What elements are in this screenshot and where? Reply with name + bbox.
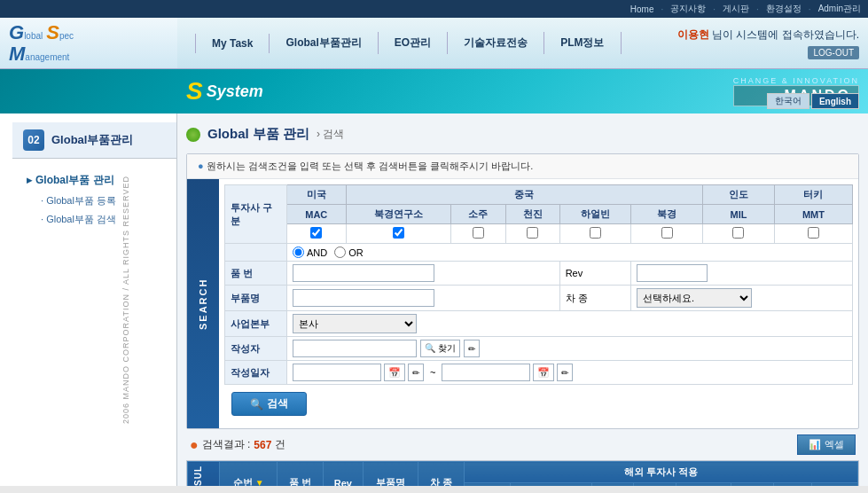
- date-cell: 📅 ✏ ~ 📅 ✏: [287, 361, 853, 385]
- result-label-col: RESUL: [188, 462, 220, 487]
- result-beijing-header: 북경: [731, 483, 774, 487]
- result-tianjin-header: 천진: [634, 483, 676, 487]
- home-link[interactable]: Home: [630, 4, 654, 14]
- mac-checkbox[interactable]: [310, 227, 322, 239]
- sidebar-item-register[interactable]: Global부품 등록: [20, 192, 169, 210]
- suzhou-checkbox[interactable]: [473, 227, 484, 239]
- date-to-clear-btn[interactable]: ✏: [557, 364, 573, 381]
- mmt-checkbox-cell: [774, 224, 852, 244]
- search-button[interactable]: 🔍 검색: [231, 392, 307, 416]
- part-num-cell: [287, 262, 560, 286]
- harbin-checkbox[interactable]: [590, 227, 601, 239]
- author-cell: 🔍 찾기 ✏: [287, 337, 853, 361]
- logout-button[interactable]: LOG-OUT: [808, 46, 859, 59]
- rev-input[interactable]: [637, 264, 708, 282]
- car-type-label: 차 종: [559, 286, 630, 311]
- date-to-calendar-btn[interactable]: 📅: [533, 364, 554, 381]
- admin-link[interactable]: Admin관리: [818, 3, 861, 15]
- partname-header: 부품명: [363, 462, 418, 487]
- usa-header: 미국: [287, 185, 347, 205]
- search-body: SEARCH 투자사 구분 미국 중국 인도 터키 MAC: [187, 179, 858, 428]
- sidebar-module: 02 Global부품관리: [12, 122, 176, 159]
- nav-plm[interactable]: PLM정보: [544, 32, 621, 54]
- date-from-clear-btn[interactable]: ✏: [408, 364, 424, 381]
- module-title[interactable]: Global부품관리: [51, 132, 133, 148]
- result-beijing-lab-header: 북경연구소: [510, 483, 591, 487]
- page-icon: [186, 128, 200, 142]
- suzhou-checkbox-cell: [451, 224, 505, 244]
- nav-global-parts[interactable]: Global부품관리: [270, 32, 378, 54]
- search-icon: 🔍: [425, 343, 435, 353]
- part-num-label: 품 번: [225, 262, 287, 286]
- english-lang-btn[interactable]: English: [811, 93, 859, 109]
- rev-label: Rev: [559, 262, 630, 286]
- result-mmt-header: MMT: [812, 483, 858, 487]
- cartype-header: 차 종: [418, 462, 465, 487]
- lang-switch: 한국어 English: [767, 93, 859, 109]
- harbin-header: 하얼빈: [559, 205, 630, 224]
- author-find-btn[interactable]: 🔍 찾기: [420, 340, 460, 357]
- date-from-calendar-btn[interactable]: 📅: [384, 364, 405, 381]
- seq-header[interactable]: 순번 ▼: [220, 462, 278, 487]
- nav-menu: My Task Global부품관리 EO관리 기술자료전송 PLM정보: [177, 18, 677, 68]
- excel-button[interactable]: 📊 엑셀: [797, 434, 856, 455]
- date-to-input[interactable]: [442, 364, 530, 381]
- author-input[interactable]: [293, 340, 417, 357]
- nav-eo[interactable]: EO관리: [379, 32, 448, 54]
- nav-tech-transfer[interactable]: 기술자료전송: [448, 32, 544, 54]
- copyright-text: 2006 MANDO CORPORATION / ALL RIGHTS RESE…: [121, 176, 130, 424]
- part-name-cell: [287, 286, 560, 311]
- and-or-cell: AND OR: [287, 244, 853, 262]
- welcome-text: 이용현 님이 시스템에 접속하였습니다.: [677, 27, 859, 43]
- date-label: 작성일자: [225, 361, 287, 385]
- mac-checkbox-cell: [287, 224, 347, 244]
- part-num-input[interactable]: [293, 264, 434, 282]
- rev-col-header: Rev: [323, 462, 363, 487]
- result-harbin-header: 하얼빈: [676, 483, 731, 487]
- page-title: Global 부품 관리: [207, 126, 309, 143]
- excel-icon: 📊: [809, 439, 821, 450]
- result-mac-header: MAC: [464, 483, 510, 487]
- brand-banner: S System CHANGE & INNOVATION MANDO 한국어 E…: [0, 69, 868, 113]
- part-name-label: 부품명: [225, 286, 287, 311]
- search-form: 투자사 구분 미국 중국 인도 터키 MAC 북경연구소 소주 천진 하얼빈: [219, 179, 858, 428]
- china-header: 중국: [346, 185, 702, 205]
- mil-checkbox-cell: [702, 224, 774, 244]
- beijing-checkbox[interactable]: [661, 227, 673, 239]
- dept-select[interactable]: 본사: [293, 314, 417, 333]
- beijing-lab-header: 북경연구소: [346, 205, 451, 224]
- invest-label: 투자사 구분: [225, 185, 287, 244]
- car-type-select[interactable]: 선택하세요.: [637, 288, 752, 308]
- mil-header: MIL: [702, 205, 774, 224]
- brand-logo: S System: [186, 77, 263, 106]
- beijing-header: 북경: [631, 205, 703, 224]
- search-btn-icon: 🔍: [250, 398, 263, 411]
- result-table-wrap: RESUL 순번 ▼ 품 번 Rev 부품명 차 종 해외 투자사 적용 MA: [186, 460, 859, 486]
- module-icon: 02: [23, 129, 44, 151]
- author-label: 작성자: [225, 337, 287, 361]
- and-label[interactable]: AND: [293, 246, 327, 258]
- sidebar-section-title[interactable]: Global부품 관리: [20, 169, 169, 192]
- dept-cell: 본사: [287, 311, 853, 337]
- sidebar-section: Global부품 관리 Global부품 등록 Global부품 검색: [12, 166, 176, 232]
- mil-checkbox[interactable]: [732, 227, 744, 239]
- settings-link[interactable]: 환경설정: [766, 3, 802, 15]
- beijing-lab-checkbox[interactable]: [393, 227, 404, 239]
- or-label[interactable]: OR: [334, 246, 364, 258]
- date-from-input[interactable]: [293, 364, 381, 381]
- sidebar-item-search[interactable]: Global부품 검색: [20, 210, 169, 229]
- and-radio[interactable]: [293, 246, 304, 258]
- notice-link[interactable]: 공지사항: [670, 3, 706, 15]
- korean-lang-btn[interactable]: 한국어: [767, 93, 809, 109]
- author-clear-btn[interactable]: ✏: [464, 340, 480, 357]
- date-tilde: ~: [426, 367, 439, 378]
- tianjin-checkbox[interactable]: [527, 227, 538, 239]
- part-name-input[interactable]: [293, 289, 434, 307]
- or-radio[interactable]: [334, 246, 346, 258]
- nav-mytask[interactable]: My Task: [195, 34, 270, 53]
- logo-area: G lobal S pec M anagement: [0, 18, 177, 68]
- mmt-checkbox[interactable]: [808, 227, 819, 239]
- board-link[interactable]: 게시판: [723, 3, 749, 15]
- mac-header: MAC: [287, 205, 347, 224]
- sidebar: 2006 MANDO CORPORATION / ALL RIGHTS RESE…: [0, 113, 177, 486]
